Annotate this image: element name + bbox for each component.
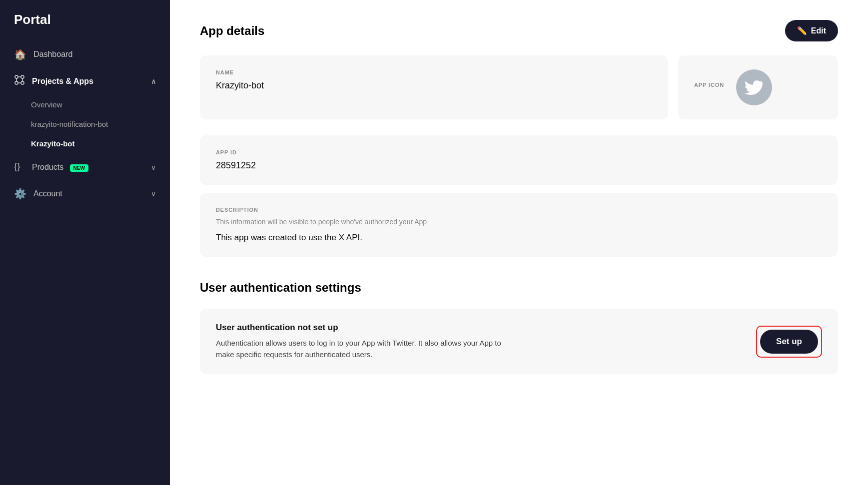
edit-icon: ✏️ [797, 26, 807, 35]
auth-settings-title: User authentication settings [200, 281, 361, 295]
chevron-down-icon: ∨ [151, 163, 156, 171]
description-card: DESCRIPTION This information will be vis… [200, 193, 838, 257]
sidebar: Portal 🏠 Dashboard Projects & A [0, 0, 170, 485]
svg-text:{}: {} [14, 161, 20, 171]
app-icon-label: APP ICON [694, 82, 724, 88]
app-id-label: APP ID [216, 149, 822, 155]
app-details-title: App details [200, 24, 264, 38]
setup-button[interactable]: Set up [760, 330, 818, 354]
sidebar-item-products[interactable]: {} Products NEW ∨ [0, 153, 170, 181]
sidebar-sub-item-label: krazyito-notification-bot [31, 120, 108, 128]
auth-card-title: User authentication not set up [216, 323, 501, 333]
name-value: Krazyito-bot [216, 80, 652, 91]
sidebar-sub-item-label: Overview [31, 100, 62, 109]
setup-button-wrapper: Set up [756, 326, 822, 358]
auth-settings-header: User authentication settings [200, 281, 838, 295]
name-icon-row: NAME Krazyito-bot APP ICON [200, 55, 838, 127]
auth-card-desc: Authentication allows users to log in to… [216, 338, 501, 360]
new-badge: NEW [70, 164, 88, 172]
description-value: This app was created to use the X API. [216, 233, 822, 243]
sidebar-item-label: Account [33, 189, 144, 198]
app-icon-avatar [736, 69, 772, 105]
auth-settings-card: User authentication not set up Authentic… [200, 309, 838, 374]
app-id-card: APP ID 28591252 [200, 135, 838, 185]
sidebar-item-account[interactable]: ⚙️ Account ∨ [0, 181, 170, 207]
sidebar-item-label: Dashboard [33, 50, 156, 59]
auth-card-text: User authentication not set up Authentic… [216, 323, 501, 360]
svg-point-2 [15, 81, 18, 84]
sidebar-sub-item-overview[interactable]: Overview [0, 95, 170, 114]
sidebar-item-projects-apps[interactable]: Projects & Apps ∧ [0, 67, 170, 95]
description-label: DESCRIPTION [216, 207, 822, 213]
app-id-value: 28591252 [216, 160, 822, 171]
app-details-header: App details ✏️ Edit [200, 20, 838, 41]
sidebar-sub-item-krazyito-bot[interactable]: Krazyito-bot [0, 134, 170, 153]
chevron-down-icon: ∨ [151, 190, 156, 198]
sidebar-item-dashboard[interactable]: 🏠 Dashboard [0, 41, 170, 67]
chevron-up-icon: ∧ [151, 77, 156, 85]
description-hint: This information will be visible to peop… [216, 218, 822, 226]
name-card: NAME Krazyito-bot [200, 55, 668, 119]
sidebar-logo: Portal [0, 0, 170, 37]
sidebar-nav: 🏠 Dashboard Projects & Apps ∧ [0, 37, 170, 485]
sidebar-item-label: Products NEW [32, 163, 144, 172]
svg-point-0 [15, 75, 18, 78]
svg-point-3 [21, 81, 24, 84]
app-icon-card: APP ICON [678, 55, 838, 119]
edit-button-label: Edit [811, 26, 826, 35]
main-content: App details ✏️ Edit NAME Krazyito-bot AP… [170, 0, 868, 485]
sidebar-sub-item-label: Krazyito-bot [31, 139, 75, 148]
auth-settings-section: User authentication settings User authen… [200, 281, 838, 374]
sidebar-sub-item-krazyito-notification-bot[interactable]: krazyito-notification-bot [0, 114, 170, 134]
projects-icon [14, 74, 25, 88]
edit-button[interactable]: ✏️ Edit [785, 20, 838, 41]
svg-point-1 [21, 75, 24, 78]
products-icon: {} [14, 160, 25, 174]
sidebar-item-label: Projects & Apps [32, 77, 144, 86]
account-icon: ⚙️ [14, 188, 26, 200]
home-icon: 🏠 [14, 48, 26, 60]
name-label: NAME [216, 69, 652, 75]
